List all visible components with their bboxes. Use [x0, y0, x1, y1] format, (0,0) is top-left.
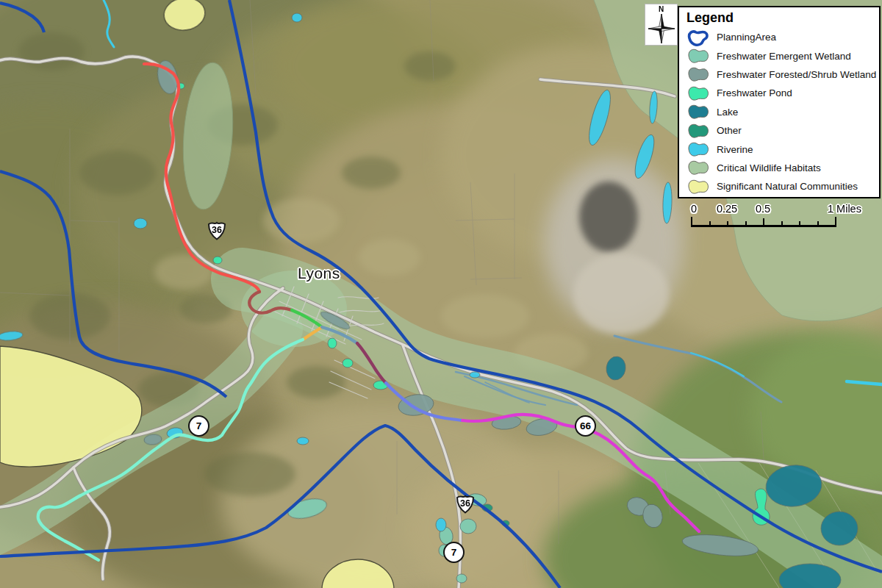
wetland-swatch-icon [685, 121, 710, 140]
legend-item-natural-communities: Significant Natural Communities [685, 177, 879, 196]
highway-shield-us36-north: 36 [206, 219, 228, 242]
legend-panel: Legend PlanningArea Freshwater Emergent … [678, 6, 881, 198]
legend-item-riverine: Riverine [685, 140, 879, 158]
legend-title: Legend [686, 10, 879, 26]
legend-item-forested-wetland: Freshwater Forested/Shrub Wetland [685, 65, 879, 84]
legend-item-wildlife-habitats: Critical Wildlife Habitats [685, 159, 879, 177]
town-label-lyons: Lyons [298, 265, 340, 282]
wetland-swatch-icon [685, 65, 710, 84]
legend-item-other: Other [685, 121, 879, 140]
legend-item-lake: Lake [685, 103, 879, 121]
wetland-swatch-icon [685, 46, 710, 65]
highway-shield-us36-south: 36 [454, 492, 476, 515]
planning-area-swatch-icon [685, 28, 710, 47]
wetland-swatch-icon [685, 102, 710, 121]
highway-shield-sh7-south: 7 [443, 542, 465, 563]
legend-item-planning-area: PlanningArea [685, 28, 879, 46]
compass-rose-icon [645, 12, 678, 46]
scale-ruler [688, 203, 876, 229]
wetland-swatch-icon [685, 84, 710, 103]
wetland-swatch-icon [685, 158, 710, 177]
wetland-swatch-icon [685, 140, 710, 159]
highway-shield-sh7-west: 7 [188, 415, 209, 437]
highway-shield-sh66: 66 [575, 415, 596, 437]
legend-item-emergent-wetland: Freshwater Emergent Wetland [685, 46, 879, 65]
north-arrow: N [645, 4, 678, 46]
legend-item-freshwater-pond: Freshwater Pond [685, 84, 879, 102]
map-canvas[interactable]: Lyons 36 7 66 36 7 N [0, 0, 882, 588]
wetland-swatch-icon [685, 177, 710, 196]
scale-bar: 0 0.25 0.5 1 Miles [688, 203, 876, 229]
